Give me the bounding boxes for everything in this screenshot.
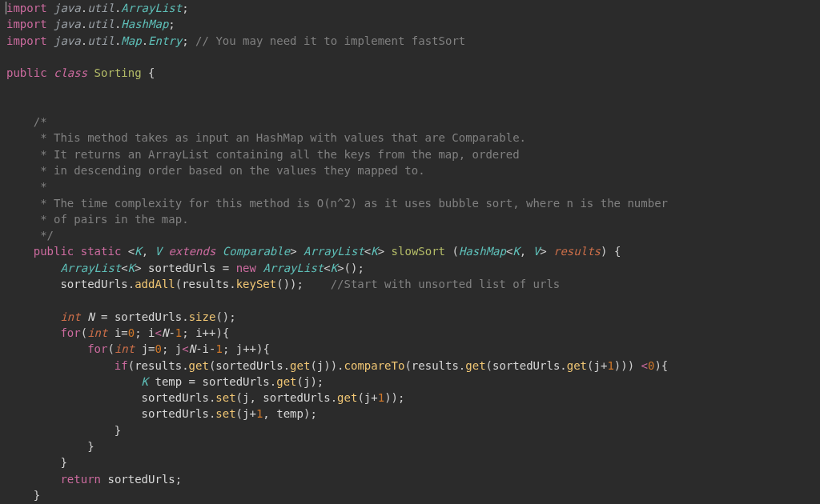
type-name: Comparable	[223, 245, 290, 258]
type-name: ArrayList	[303, 245, 364, 258]
variable: j	[175, 342, 182, 355]
variable: sortedUrls	[148, 262, 215, 274]
variable: j	[364, 391, 371, 404]
keyword: public	[34, 245, 74, 258]
keyword: static	[81, 245, 122, 258]
operator: +	[249, 407, 255, 420]
type-param: V	[533, 245, 540, 258]
type-name: HashMap	[459, 245, 506, 258]
type-param: K	[331, 262, 337, 274]
type-name: Map	[121, 34, 141, 47]
block-comment: * of pairs in the map.	[34, 213, 189, 226]
brace: {	[614, 245, 621, 258]
type-param: K	[512, 245, 519, 258]
keyword: new	[236, 262, 256, 274]
number: 1	[607, 359, 613, 372]
keyword: class	[54, 66, 87, 79]
keyword-type: int	[60, 310, 80, 323]
variable: sortedUrls	[115, 310, 182, 323]
variable: sortedUrls	[142, 391, 209, 404]
block-comment: * It returns an ArrayList containing all…	[34, 148, 520, 161]
line-comment: //Start with unsorted list of urls	[331, 278, 561, 290]
method-call: get	[189, 359, 209, 372]
variable: j	[317, 359, 324, 372]
variable: sortedUrls	[492, 359, 560, 372]
variable: results	[135, 359, 182, 372]
method-call: keySet	[236, 278, 277, 290]
variable: sortedUrls	[60, 278, 127, 290]
variable: results	[412, 359, 459, 372]
variable: results	[182, 278, 229, 290]
keyword: for	[87, 342, 107, 355]
keyword: if	[115, 359, 128, 372]
method-call: set	[215, 407, 235, 420]
variable: sortedUrls	[215, 359, 283, 372]
block-comment: * This method takes as input an HashMap …	[34, 131, 526, 144]
keyword: return	[60, 473, 101, 486]
number: 1	[215, 342, 222, 355]
keyword: public	[6, 66, 47, 79]
brace: {	[148, 66, 155, 79]
variable: sortedUrls	[263, 391, 330, 404]
type-name: ArrayList	[60, 262, 121, 274]
method-call: get	[276, 375, 296, 388]
type-param: K	[135, 245, 141, 258]
operator: -	[168, 326, 175, 339]
parameter: results	[553, 245, 601, 258]
number: 0	[155, 342, 162, 355]
block-comment: * The time complexity for this method is…	[34, 197, 668, 210]
type-name: HashMap	[121, 18, 168, 30]
class-name: Sorting	[94, 66, 142, 79]
angle-bracket: >	[290, 245, 296, 258]
variable: j	[142, 342, 148, 355]
number: 0	[128, 326, 135, 339]
method-call: get	[337, 391, 357, 404]
method-call: addAll	[135, 278, 175, 290]
variable: N	[189, 342, 195, 355]
keyword: for	[60, 326, 80, 339]
block-comment: *	[34, 180, 47, 193]
number: 1	[378, 391, 384, 404]
package-segment: java	[54, 2, 81, 14]
block-comment: /*	[34, 115, 47, 128]
variable: sortedUrls	[142, 407, 209, 420]
type-name: ArrayList	[121, 2, 182, 14]
variable: sortedUrls	[107, 473, 175, 486]
variable: i	[203, 342, 209, 355]
package-segment: util	[87, 2, 115, 14]
method-call: size	[189, 310, 216, 323]
type-name: ArrayList	[263, 262, 324, 274]
variable: j	[236, 342, 243, 355]
method-call: set	[215, 391, 235, 404]
angle-bracket: <	[128, 245, 135, 258]
variable: sortedUrls	[202, 375, 269, 388]
method-call: get	[567, 359, 587, 372]
keyword-type: int	[115, 342, 135, 355]
method-call: compareTo	[344, 359, 405, 372]
package-segment: util	[87, 34, 115, 47]
type-param: K	[371, 245, 377, 258]
package-segment: java	[54, 18, 81, 30]
code-editor[interactable]: import java.util.ArrayList; import java.…	[0, 0, 820, 503]
keyword: import	[6, 18, 47, 30]
type-param: K	[128, 262, 135, 274]
method-call: get	[290, 359, 310, 372]
keyword: import	[6, 34, 47, 47]
variable: temp	[276, 407, 303, 420]
type-param: K	[142, 375, 148, 388]
block-comment: */	[34, 229, 54, 242]
type-param: V	[155, 245, 162, 258]
variable: i	[148, 326, 155, 339]
package-segment: java	[54, 34, 81, 47]
method-name: slowSort	[392, 245, 445, 258]
variable: temp	[155, 375, 182, 388]
comma: ,	[142, 245, 148, 258]
type-name: Entry	[148, 34, 182, 47]
keyword-type: int	[87, 326, 107, 339]
package-segment: util	[87, 18, 115, 30]
operator: +	[371, 391, 377, 404]
line-comment: // You may need it to implement fastSort	[195, 34, 465, 47]
variable: i	[195, 326, 202, 339]
block-comment: * in descending order based on the value…	[34, 164, 425, 177]
operator: <	[641, 359, 648, 372]
